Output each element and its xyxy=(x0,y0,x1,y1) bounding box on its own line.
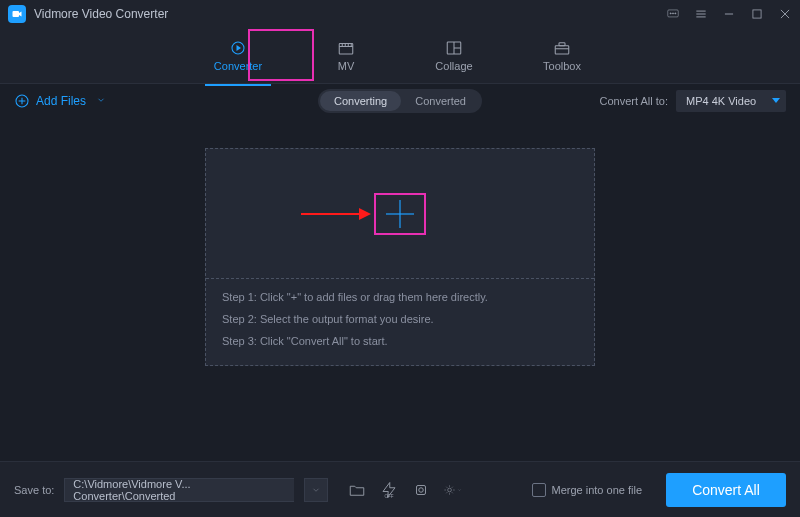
svg-marker-30 xyxy=(359,208,371,220)
plus-icon xyxy=(384,198,416,230)
svg-point-37 xyxy=(448,488,452,492)
hw-accel-button[interactable]: OFF xyxy=(380,481,398,499)
format-select-value: MP4 4K Video xyxy=(686,95,756,107)
chevron-down-icon xyxy=(96,94,106,108)
tab-mv[interactable]: MV xyxy=(315,32,377,80)
step1-text: Step 1: Click "+" to add files or drag t… xyxy=(222,291,578,303)
step3-text: Step 3: Click "Convert All" to start. xyxy=(222,335,578,347)
feedback-icon[interactable] xyxy=(666,7,680,21)
app-title: Vidmore Video Converter xyxy=(34,7,168,21)
mv-icon xyxy=(335,39,357,57)
dropzone-upper xyxy=(206,149,594,279)
merge-checkbox[interactable]: Merge into one file xyxy=(532,483,643,497)
lightning-icon: OFF xyxy=(380,481,398,499)
maximize-icon[interactable] xyxy=(750,7,764,21)
plus-circle-icon xyxy=(14,93,30,109)
camera-icon xyxy=(11,8,23,20)
dropzone[interactable]: Step 1: Click "+" to add files or drag t… xyxy=(205,148,595,366)
svg-rect-35 xyxy=(417,485,426,494)
checkbox-icon xyxy=(532,483,546,497)
tab-toolbox[interactable]: Toolbox xyxy=(531,32,593,80)
settings-button[interactable] xyxy=(444,481,462,499)
tab-converter[interactable]: Converter xyxy=(207,32,269,80)
open-folder-button[interactable] xyxy=(348,481,366,499)
chevron-down-icon xyxy=(457,486,462,494)
save-to-label: Save to: xyxy=(14,484,54,496)
step2-text: Step 2: Select the output format you des… xyxy=(222,313,578,325)
seg-label: Converting xyxy=(334,95,387,107)
convert-all-to-label: Convert All to: xyxy=(600,95,668,107)
dropzone-steps: Step 1: Click "+" to add files or drag t… xyxy=(206,279,594,359)
add-files-label: Add Files xyxy=(36,94,86,108)
tab-label: Toolbox xyxy=(543,60,581,72)
collage-icon xyxy=(443,39,465,57)
svg-rect-0 xyxy=(13,11,20,17)
convert-all-button[interactable]: Convert All xyxy=(666,473,786,507)
convert-all-button-label: Convert All xyxy=(692,482,760,498)
seg-converted[interactable]: Converted xyxy=(401,91,480,111)
gear-icon xyxy=(444,481,455,499)
status-segment: Converting Converted xyxy=(318,89,482,113)
save-to-path[interactable]: C:\Vidmore\Vidmore V... Converter\Conver… xyxy=(64,478,294,502)
close-icon[interactable] xyxy=(778,7,792,21)
toolbar: Add Files Converting Converted Convert A… xyxy=(0,84,800,118)
svg-point-2 xyxy=(670,13,671,14)
add-file-plus[interactable] xyxy=(374,193,426,235)
svg-point-36 xyxy=(419,487,424,492)
svg-rect-9 xyxy=(753,10,761,18)
svg-point-4 xyxy=(675,13,676,14)
main-area: Step 1: Click "+" to add files or drag t… xyxy=(0,118,800,461)
titlebar: Vidmore Video Converter xyxy=(0,0,800,28)
annotation-arrow xyxy=(301,205,371,223)
top-tabs: Converter MV Collage Toolbox xyxy=(0,28,800,84)
tab-collage[interactable]: Collage xyxy=(423,32,485,80)
merge-label: Merge into one file xyxy=(552,484,643,496)
minimize-icon[interactable] xyxy=(722,7,736,21)
window-controls xyxy=(666,7,792,21)
bottom-bar: Save to: C:\Vidmore\Vidmore V... Convert… xyxy=(0,461,800,517)
toolbox-icon xyxy=(551,39,573,57)
tab-label: Collage xyxy=(435,60,472,72)
save-to-path-value: C:\Vidmore\Vidmore V... Converter\Conver… xyxy=(73,478,286,502)
svg-rect-23 xyxy=(555,46,569,54)
seg-converting[interactable]: Converting xyxy=(320,91,401,111)
seg-label: Converted xyxy=(415,95,466,107)
convert-all-to-group: Convert All to: MP4 4K Video xyxy=(600,90,786,112)
menu-icon[interactable] xyxy=(694,7,708,21)
chevron-down-icon xyxy=(311,485,321,495)
high-speed-button[interactable] xyxy=(412,481,430,499)
converter-icon xyxy=(227,39,249,57)
folder-icon xyxy=(348,481,366,499)
format-select[interactable]: MP4 4K Video xyxy=(676,90,786,112)
svg-text:OFF: OFF xyxy=(385,494,394,499)
svg-marker-13 xyxy=(237,45,242,51)
svg-point-3 xyxy=(672,13,673,14)
bottom-icon-group: OFF xyxy=(348,481,462,499)
chip-icon xyxy=(412,481,430,499)
tab-label: MV xyxy=(338,60,355,72)
add-files-button[interactable]: Add Files xyxy=(14,93,106,109)
save-to-dropdown[interactable] xyxy=(304,478,328,502)
svg-rect-24 xyxy=(559,43,565,46)
tab-label: Converter xyxy=(214,60,262,72)
app-logo xyxy=(8,5,26,23)
